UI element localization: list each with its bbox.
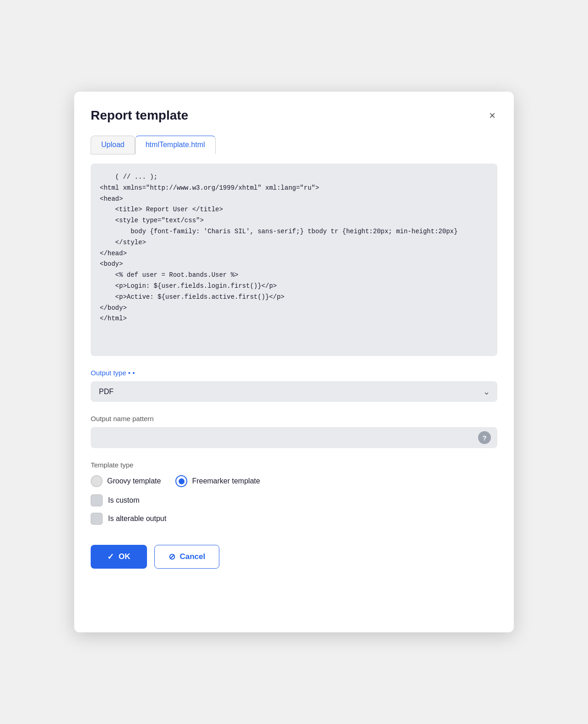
output-type-select[interactable]: PDF HTML DOCX XLSX [91, 381, 497, 402]
checkbox-is-alterable[interactable]: Is alterable output [91, 513, 497, 525]
modal-header: Report template × [91, 108, 497, 123]
code-editor[interactable]: ( // ... ); <html xmlns="http://www.w3.o… [91, 164, 497, 356]
ok-label: OK [119, 552, 131, 561]
output-name-pattern-label: Output name pattern [91, 415, 497, 422]
checkbox-is-alterable-label: Is alterable output [108, 515, 166, 523]
radio-circle-groovy [91, 475, 103, 487]
template-type-section: Template type Groovy template Freemarker… [91, 461, 497, 541]
radio-groovy-label: Groovy template [107, 477, 161, 485]
output-name-pattern-input[interactable] [91, 427, 497, 448]
help-icon[interactable]: ? [478, 431, 491, 444]
cancel-icon: ⊘ [169, 552, 175, 562]
cancel-label: Cancel [180, 552, 206, 561]
template-type-label: Template type [91, 461, 497, 469]
checkbox-is-custom-label: Is custom [108, 496, 139, 505]
output-name-pattern-section: Output name pattern ? [91, 415, 497, 461]
footer-buttons: ✓ OK ⊘ Cancel [91, 545, 497, 569]
output-type-label: Output type • [91, 369, 497, 377]
output-type-section: Output type • PDF HTML DOCX XLSX ⌄ [91, 369, 497, 415]
output-type-select-wrapper: PDF HTML DOCX XLSX ⌄ [91, 381, 497, 402]
cancel-button[interactable]: ⊘ Cancel [154, 545, 220, 569]
report-template-modal: Report template × Upload htmlTemplate.ht… [74, 92, 514, 632]
radio-circle-freemarker [175, 475, 187, 487]
checkbox-group: Is custom Is alterable output [91, 494, 497, 525]
template-type-radio-group: Groovy template Freemarker template [91, 475, 497, 487]
tab-html-template[interactable]: htmlTemplate.html [135, 136, 216, 154]
radio-freemarker-label: Freemarker template [192, 477, 260, 485]
modal-title: Report template [91, 108, 188, 123]
radio-groovy[interactable]: Groovy template [91, 475, 161, 487]
output-name-pattern-input-wrapper: ? [91, 427, 497, 448]
tab-upload[interactable]: Upload [91, 136, 135, 154]
close-button[interactable]: × [487, 108, 497, 123]
tabs-row: Upload htmlTemplate.html [91, 136, 497, 154]
radio-freemarker[interactable]: Freemarker template [175, 475, 260, 487]
checkbox-box-is-alterable [91, 513, 103, 525]
ok-button[interactable]: ✓ OK [91, 545, 147, 569]
checkbox-is-custom[interactable]: Is custom [91, 494, 497, 506]
check-icon: ✓ [107, 552, 114, 562]
checkbox-box-is-custom [91, 494, 103, 506]
